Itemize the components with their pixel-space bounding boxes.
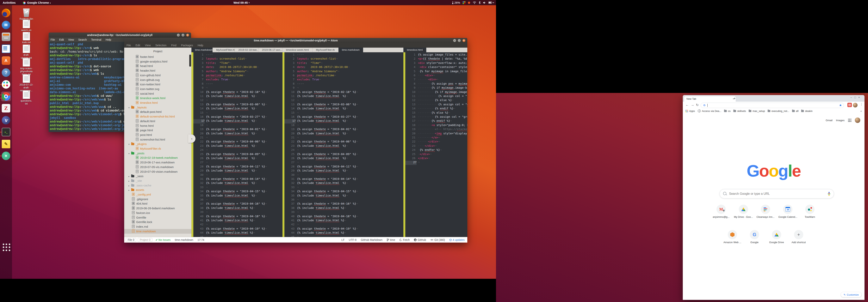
app-menu[interactable]: Google Chrome ▾ <box>23 0 51 5</box>
maximize-button[interactable]: □ <box>458 39 461 42</box>
atom-menu-help[interactable]: Help <box>197 44 203 47</box>
updates-button[interactable]: 4 updates <box>449 238 465 241</box>
dock-item-zotero[interactable]: Z <box>2 104 10 112</box>
tree-file-social.html[interactable]: social.html <box>124 91 191 96</box>
atom-menu-find[interactable]: Find <box>171 44 176 47</box>
tree-file-page.html[interactable]: page.html <box>124 128 191 133</box>
dock-item-slack[interactable] <box>2 80 10 89</box>
atom-menu-packages[interactable]: Packages <box>181 44 193 47</box>
encoding-indicator[interactable]: UTF-8 <box>349 238 356 241</box>
shortcut-TowWarn[interactable]: TowWarn <box>799 205 821 219</box>
editor-pane-2[interactable]: 1---¬2layout: screenshot-list¬3title: "T… <box>282 52 403 237</box>
desktop-file-draft[interactable]: draft-update.txt <box>15 44 38 59</box>
tree-file-timeslice-week.html[interactable]: timeslice-week.html <box>124 96 191 100</box>
atom-menubar[interactable]: FileEditViewSelectionFindPackagesHelp <box>124 43 467 48</box>
editor-pane-3[interactable]: 1{% assign image_files = site.sta¬2<p>{{… <box>403 52 467 237</box>
shortcut-Addshortcut[interactable]: +Add shortcut <box>788 230 809 244</box>
shortcut-Google[interactable]: GGoogle <box>744 230 765 244</box>
tree-file-Gemfile.lock[interactable]: Gemfile.lock <box>124 220 191 224</box>
tree-file-2019-06-26-bidaml.markdown[interactable]: 2019-06-26-bidaml.markdown <box>124 206 191 211</box>
tree-file-2019-02-18-tweek.markdown[interactable]: 2019-02-18-tweek.markdown <box>124 156 191 160</box>
bookmark-deakin[interactable]: deakin <box>801 109 812 112</box>
address-bar[interactable]: G ★ <box>701 103 844 108</box>
forward-button[interactable]: → <box>691 103 694 107</box>
bookmark-macsetup[interactable]: mac_setup <box>749 109 765 112</box>
bookmark-afl[interactable]: afl <box>792 109 799 112</box>
bookmarks-overflow-chevron[interactable]: » <box>861 109 862 112</box>
tree-folder-_posts[interactable]: ▾_posts <box>124 151 191 156</box>
line-ending-indicator[interactable]: LF <box>341 238 344 241</box>
browser-menu-icon[interactable]: ⋮ <box>860 103 863 106</box>
shortcut-GoogleCalend[interactable]: 29Google Calend... <box>777 205 799 219</box>
tab-timesliceweekhtml[interactable]: timeslice-week.html <box>282 47 312 52</box>
file-issues-button[interactable]: File 0 <box>126 238 136 242</box>
new-tab-button[interactable]: + <box>734 97 736 101</box>
dock-item-atom[interactable]: ⚛ <box>2 152 10 160</box>
tree-folder-.sass-cache[interactable]: ▸.sass-cache <box>124 183 191 188</box>
tree-folder-_site[interactable]: ▸_site <box>124 178 191 183</box>
tree-file-default.html[interactable]: default.html <box>124 119 191 124</box>
dock-item-help[interactable]: ? <box>2 68 10 77</box>
clock[interactable]: Wed 09:45 ● <box>234 0 250 5</box>
tab-20190218twe[interactable]: 2019-02-18-twe... <box>235 47 258 52</box>
tree-file-icon-twitter.svg[interactable]: icon-twitter.svg <box>124 87 191 91</box>
show-applications-button[interactable] <box>3 243 10 251</box>
terminal-menu-search[interactable]: Search <box>78 38 87 41</box>
app-indicator-icon[interactable] <box>468 2 470 4</box>
shortcut-anjsimmog[interactable]: M0anjsimmo@g... <box>710 205 732 219</box>
maximize-button[interactable]: □ <box>182 34 184 37</box>
system-tray[interactable]: 26% ▾ <box>452 0 494 5</box>
tree-file-post.html[interactable]: post.html <box>124 133 191 137</box>
tree-file-default-screenshot-list.html[interactable]: default-screenshot-list.html <box>124 114 191 119</box>
terminal-titlebar[interactable]: andrew@andrew-ltp: ~/src/web/vismodel-or… <box>49 33 191 38</box>
dock-item-files[interactable] <box>2 33 10 41</box>
desktop-file-todotxt[interactable]: todo.txt <box>15 32 38 44</box>
tree-folder-_sass[interactable]: ▸_sass <box>124 174 191 178</box>
browser-tab[interactable]: New Tab× <box>684 96 736 102</box>
tab-timemarkdown[interactable]: time.markdown <box>191 47 213 52</box>
bookmark-Apps[interactable]: Apps <box>685 109 695 112</box>
bluetooth-icon[interactable] <box>479 1 480 4</box>
cursor-position[interactable]: 17:74 <box>197 238 204 241</box>
tree-folder-_layouts[interactable]: ▾_layouts <box>124 105 191 110</box>
voice-search-icon[interactable] <box>828 192 831 196</box>
search-input[interactable] <box>729 189 823 198</box>
dock-item-chrome[interactable] <box>2 92 10 101</box>
atom-window[interactable]: time.markdown — jekyll — ~/src/web/vismo… <box>124 38 467 242</box>
fetch-button[interactable]: Fetch <box>399 238 410 241</box>
shortcut-MyDriveGoo[interactable]: My Drive - Goo... <box>733 205 754 219</box>
no-issues-status[interactable]: ✔ No Issues <box>155 238 170 241</box>
bookmark-AccessviaDea[interactable]: Access via Dea... <box>698 109 721 112</box>
google-apps-icon[interactable] <box>848 119 851 122</box>
desktop-file-questions[interactable]: questions.txt <box>15 91 38 105</box>
tree-folder-assets[interactable]: ▸assets <box>124 188 191 192</box>
volume-icon[interactable] <box>483 1 486 4</box>
grammar-indicator[interactable]: GitHub Markdown <box>361 238 382 241</box>
dock-item-toolbox[interactable]: A <box>2 56 10 65</box>
tree-folder-_plugins[interactable]: ▾_plugins <box>124 142 191 146</box>
bookmark-executingnot[interactable]: executing_not... <box>768 109 789 112</box>
dock-item-firefox[interactable] <box>2 9 10 17</box>
tree-file-time.markdown[interactable]: time.markdown <box>124 229 191 234</box>
tree-file-timeslice.html[interactable]: timeslice.html <box>124 100 191 105</box>
close-button[interactable]: × <box>463 39 465 42</box>
atom-titlebar[interactable]: time.markdown — jekyll — ~/src/web/vismo… <box>124 38 467 43</box>
desktop-file-tmpnotes[interactable]: tmp-notes-physofnotations.txt <box>15 58 38 76</box>
git-changes-button[interactable]: Git (380) <box>430 238 445 241</box>
tree-file-footer.html[interactable]: footer.html <box>124 55 191 59</box>
tree-scrollbar[interactable] <box>189 55 191 67</box>
desktop-file-20190713[interactable]: 2019-07-13-draft-response... <box>15 74 38 92</box>
desktop-file-RubbishBin[interactable]: Rubbish Bin <box>15 8 38 20</box>
bookmark-skillsets[interactable]: skillsets <box>733 109 746 112</box>
wifi-icon[interactable] <box>473 1 476 4</box>
bookmark-os[interactable]: os <box>724 109 731 112</box>
activities-button[interactable]: Activities <box>3 0 16 5</box>
bookmark-star-icon[interactable]: ★ <box>839 103 842 107</box>
back-button[interactable]: ← <box>685 103 689 107</box>
temperature-indicator[interactable]: 26% <box>452 0 460 5</box>
minimize-button[interactable]: − <box>453 39 456 42</box>
tab-MyAssetFilterrb[interactable]: MyAssetFilter.rb <box>213 47 235 52</box>
atom-menu-view[interactable]: View <box>145 44 151 47</box>
terminal-menu-terminal[interactable]: Terminal <box>91 38 101 41</box>
tab-timeslicehtml[interactable]: timeslice.html <box>403 47 427 52</box>
